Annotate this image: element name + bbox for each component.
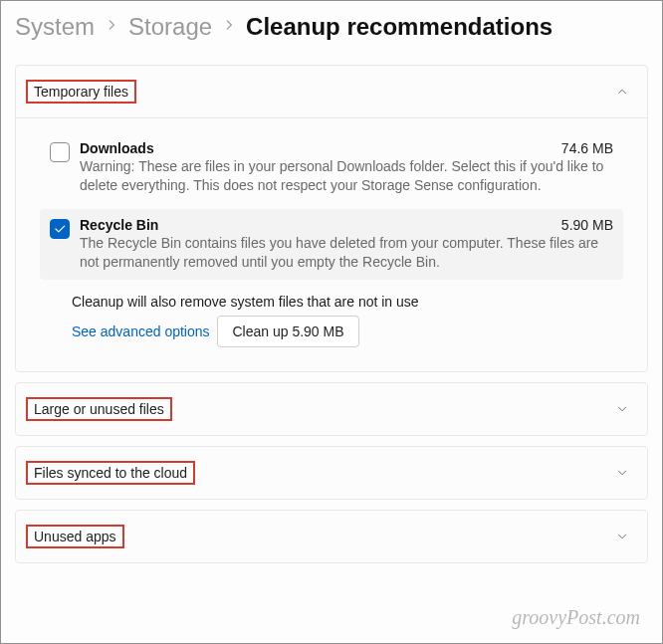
item-description: The Recycle Bin contains files you have … <box>80 234 613 272</box>
section-files-synced-cloud: Files synced to the cloud <box>15 446 648 500</box>
section-large-or-unused-files: Large or unused files <box>15 382 648 436</box>
chevron-up-icon <box>615 85 629 99</box>
section-title: Large or unused files <box>34 401 164 417</box>
section-unused-apps: Unused apps <box>15 510 648 563</box>
item-size: 74.6 MB <box>561 140 613 156</box>
item-size: 5.90 MB <box>561 217 613 233</box>
chevron-down-icon <box>615 530 629 543</box>
section-body-temporary-files: Downloads 74.6 MB Warning: These are fil… <box>16 117 647 371</box>
section-temporary-files: Temporary files Downloads 74.6 MB Warnin… <box>15 65 648 372</box>
breadcrumb-system[interactable]: System <box>15 13 95 41</box>
breadcrumb-storage[interactable]: Storage <box>128 13 212 41</box>
chevron-down-icon <box>615 402 629 416</box>
chevron-right-icon <box>222 18 236 36</box>
section-header-temporary-files[interactable]: Temporary files <box>16 66 647 117</box>
section-header-files-synced-cloud[interactable]: Files synced to the cloud <box>16 447 647 499</box>
section-title: Files synced to the cloud <box>34 465 187 481</box>
breadcrumb: System Storage Cleanup recommendations <box>15 13 648 41</box>
cleanup-item-downloads[interactable]: Downloads 74.6 MB Warning: These are fil… <box>40 132 623 203</box>
cleanup-item-recycle-bin[interactable]: Recycle Bin 5.90 MB The Recycle Bin cont… <box>40 209 623 280</box>
cleanup-note: Cleanup will also remove system files th… <box>72 294 621 310</box>
watermark: groovyPost.com <box>512 606 640 629</box>
section-header-large-or-unused-files[interactable]: Large or unused files <box>16 383 647 435</box>
item-description: Warning: These are files in your persona… <box>80 157 613 195</box>
chevron-right-icon <box>105 18 118 36</box>
section-title: Temporary files <box>34 84 128 100</box>
page-title: Cleanup recommendations <box>246 13 552 41</box>
chevron-down-icon <box>615 466 629 480</box>
settings-window: System Storage Cleanup recommendations T… <box>0 0 663 644</box>
section-header-unused-apps[interactable]: Unused apps <box>16 511 647 562</box>
checkbox-downloads[interactable] <box>50 142 70 162</box>
item-title: Recycle Bin <box>80 217 158 233</box>
checkbox-recycle-bin[interactable] <box>50 219 70 239</box>
section-title: Unused apps <box>34 529 116 544</box>
clean-up-button[interactable]: Clean up 5.90 MB <box>217 316 358 347</box>
see-advanced-options-link[interactable]: See advanced options <box>72 323 210 339</box>
item-title: Downloads <box>80 140 154 156</box>
